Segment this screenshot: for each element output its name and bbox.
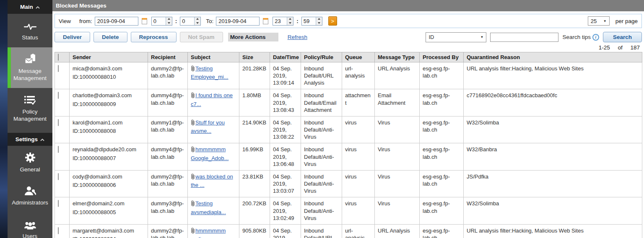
recipient-cell: dummy2@fp-lab.ch.lab <box>148 224 188 238</box>
sidebar-item-users[interactable]: Users <box>8 212 52 238</box>
spin-up-icon[interactable] <box>316 17 322 21</box>
subject-link[interactable]: Testing Employee_mi... <box>191 65 229 80</box>
subject-link[interactable]: I found this one c7... <box>191 92 233 107</box>
row-checkbox[interactable] <box>58 227 59 234</box>
message-id: ID:100000088009 <box>73 101 145 108</box>
col-recipient[interactable]: Recipient <box>148 52 188 62</box>
sender-email: karol@domain1.com <box>73 119 145 126</box>
search-button[interactable]: Search <box>603 32 642 42</box>
search-category-select[interactable]: ID ▼ <box>426 32 486 42</box>
message-type-cell: URL Analysis <box>375 62 420 89</box>
chevron-up-icon <box>36 4 40 10</box>
paperclip-icon <box>191 92 195 100</box>
datetime-cell: 04 Sep. 2019, 13:06:48 <box>270 143 301 170</box>
deliver-button[interactable]: Deliver <box>55 32 90 42</box>
refresh-link[interactable]: Refresh <box>288 34 307 40</box>
sidebar-item-general[interactable]: General <box>8 146 52 179</box>
to-hour-value[interactable]: 23 <box>273 17 287 25</box>
queue-cell: virus <box>342 197 375 224</box>
user-group-icon <box>24 218 36 230</box>
sidebar-item-message-management[interactable]: Message Management <box>8 47 52 88</box>
reprocess-button[interactable]: Reprocess <box>131 32 177 42</box>
policy-rule-cell: Inbound Default/URL Analysis <box>301 62 342 89</box>
col-subject[interactable]: Subject <box>188 52 239 62</box>
spin-down-icon[interactable] <box>287 21 293 25</box>
sidebar-item-policy-management[interactable]: Policy Management <box>8 88 52 129</box>
col-processed-by[interactable]: Processed By <box>420 52 464 62</box>
recipient-cell: dummy4@fp-lab.ch.lab <box>148 89 188 116</box>
per-page-select[interactable]: 25 ▼ <box>588 16 610 26</box>
from-hour-value[interactable]: 0 <box>152 17 166 25</box>
table-row: karol@domain1.com ID:100000088008 dummy1… <box>55 116 642 143</box>
checkbox-cell <box>55 224 70 238</box>
sender-cell: cody@domain3.com ID:100000088006 <box>70 170 148 197</box>
table-row: reynalda@dlpdude20.com ID:100000088007 d… <box>55 143 642 170</box>
from-hour-stepper[interactable]: 0 <box>151 17 172 26</box>
row-checkbox[interactable] <box>58 65 59 72</box>
col-sender[interactable]: Sender <box>70 52 148 62</box>
to-date-input[interactable]: 2019-09-04 <box>216 17 260 26</box>
processed-by-cell: esg-esg.fp-lab.ch <box>420 197 464 224</box>
from-date-input[interactable]: 2019-09-04 <box>95 17 138 26</box>
spin-down-icon[interactable] <box>195 21 200 25</box>
sidebar-item-status[interactable]: Status <box>8 14 52 47</box>
recipient-cell: dummy2@fp-lab.ch.lab <box>148 170 188 197</box>
sidebar-section-main[interactable]: Main <box>8 0 52 14</box>
processed-by-cell: esg-esg.fp-lab.ch <box>420 224 464 238</box>
spin-down-icon[interactable] <box>316 21 322 25</box>
col-policy-rule[interactable]: Policy/Rule <box>301 52 342 62</box>
row-checkbox[interactable] <box>58 92 59 99</box>
message-id: ID:100000088004 <box>73 235 145 238</box>
row-checkbox[interactable] <box>58 146 59 153</box>
policy-rule-cell: Inbound Default/URL Analysis <box>301 224 342 238</box>
to-hour-stepper[interactable]: 23 <box>273 17 293 26</box>
subject-link[interactable]: was blocked on the ... <box>191 173 233 188</box>
search-category-value: ID <box>428 34 434 40</box>
col-quarantined-reason[interactable]: Quarantined Reason <box>464 52 642 62</box>
apply-date-range-button[interactable]: > <box>328 16 337 26</box>
from-minute-stepper[interactable]: 0 <box>180 17 201 26</box>
spin-down-icon[interactable] <box>166 21 172 25</box>
from-minute-value[interactable]: 0 <box>180 17 195 25</box>
calendar-icon[interactable] <box>142 18 147 24</box>
col-datetime[interactable]: Date/Time <box>270 52 301 62</box>
row-checkbox[interactable] <box>58 200 59 207</box>
col-queue[interactable]: Queue <box>342 52 375 62</box>
sidebar-section-settings[interactable]: Settings <box>8 133 52 146</box>
select-all-checkbox[interactable] <box>58 54 59 61</box>
subject-link[interactable]: hmmmmmm proliance.p... <box>191 228 226 238</box>
size-cell: 1.80MB <box>239 89 270 116</box>
to-minute-stepper[interactable]: 59 <box>301 17 322 26</box>
search-input[interactable] <box>490 33 558 42</box>
col-size[interactable]: Size <box>239 52 270 62</box>
recipient-cell: dummy4@fp-lab.ch.lab <box>148 143 188 170</box>
subject-link[interactable]: hmmmmmm Google_Adob... <box>191 146 229 161</box>
message-id: ID:100000088005 <box>73 209 145 216</box>
more-actions-menu[interactable]: More Actions <box>228 33 278 41</box>
row-checkbox[interactable] <box>58 119 59 126</box>
spin-up-icon[interactable] <box>195 17 200 21</box>
spin-up-icon[interactable] <box>166 17 172 21</box>
checkbox-cell <box>55 62 70 89</box>
sidebar-item-administrators[interactable]: Administrators <box>8 179 52 212</box>
to-label: To: <box>206 18 213 24</box>
size-cell: 23.81KB <box>239 170 270 197</box>
search-tips-link[interactable]: Search tips i <box>562 34 599 41</box>
col-message-type[interactable]: Message Type <box>375 52 420 62</box>
calendar-icon[interactable] <box>263 18 268 24</box>
time-separator: : <box>296 18 299 24</box>
spin-up-icon[interactable] <box>287 17 293 21</box>
sender-email: charlotte@domain3.com <box>73 92 145 99</box>
subject-link[interactable]: Testing avsmediapla... <box>191 200 226 215</box>
size-cell: 16.99KB <box>239 143 270 170</box>
message-id: ID:100000088006 <box>73 181 145 189</box>
row-checkbox[interactable] <box>58 173 59 180</box>
subject-link[interactable]: Stuff for you avsme... <box>191 119 225 134</box>
to-minute-value[interactable]: 59 <box>302 17 316 25</box>
pagination: 1-25 of 187 <box>57 44 640 51</box>
queue-cell: virus <box>342 170 375 197</box>
page-title: Blocked Messages <box>52 0 644 11</box>
app-window: Main Status Message Management <box>0 0 644 238</box>
delete-button[interactable]: Delete <box>93 32 127 42</box>
queue-cell: attachment <box>342 89 375 116</box>
